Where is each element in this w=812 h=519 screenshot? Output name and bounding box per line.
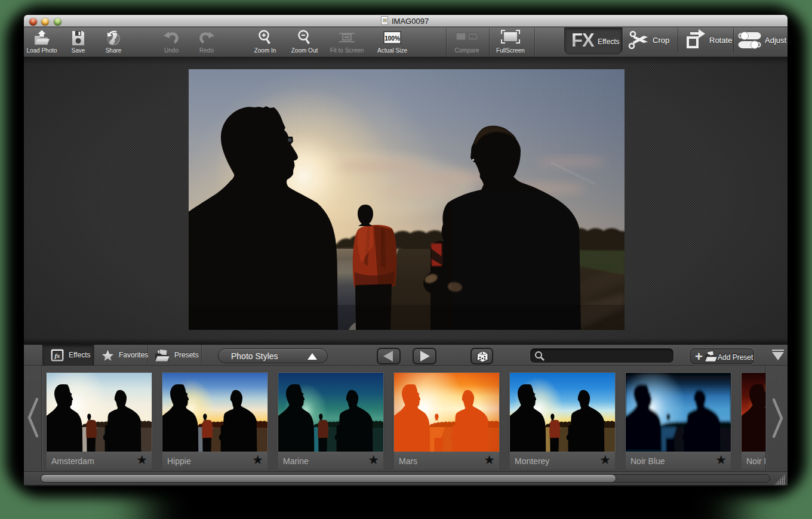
svg-text:FX: FX: [470, 34, 476, 39]
svg-text:fx: fx: [54, 352, 60, 359]
svg-text:100%: 100%: [385, 35, 400, 42]
